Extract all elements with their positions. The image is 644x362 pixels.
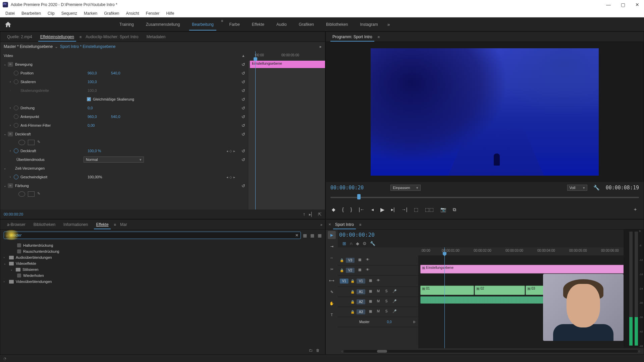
sync-lock-icon[interactable]: ▦: [357, 258, 363, 263]
twisty-icon[interactable]: ›: [10, 89, 14, 92]
track-select-tool[interactable]: ⇥: [328, 242, 336, 250]
prop-deckkraft-group[interactable]: Deckkraft: [15, 132, 82, 136]
workspace-grafiken[interactable]: Grafiken: [293, 19, 320, 30]
twisty-icon[interactable]: ›: [10, 124, 14, 127]
fx-badge[interactable]: fx: [8, 132, 13, 136]
new-bin-icon[interactable]: 🗀: [309, 348, 313, 352]
clip-01[interactable]: fx01: [420, 286, 474, 295]
wrench-icon[interactable]: 🔧: [370, 241, 375, 246]
solo-button[interactable]: S: [383, 299, 389, 305]
effect-folder[interactable]: ›Audioüberblendungen: [0, 254, 325, 260]
drehung-value[interactable]: 0,0: [88, 106, 104, 110]
twisty-bewegung[interactable]: ⌄: [4, 63, 8, 66]
prop-bewegung[interactable]: Bewegung: [15, 62, 82, 66]
fit-dropdown[interactable]: Einpassen: [390, 185, 421, 191]
toggle-output-icon[interactable]: 👁: [365, 268, 371, 273]
snap-icon[interactable]: ⊞: [342, 241, 346, 246]
effects-search-input[interactable]: [10, 233, 295, 238]
ec-master-label[interactable]: Master * Einstellungsebene: [4, 44, 53, 49]
home-button[interactable]: [3, 20, 13, 29]
stopwatch-icon[interactable]: [14, 114, 18, 119]
share-icon[interactable]: ⇱: [318, 212, 322, 217]
blendmode-dropdown[interactable]: Normal: [84, 157, 144, 163]
panel-menu-icon[interactable]: ≡: [378, 35, 380, 39]
effect-folder[interactable]: ⌄Videoeffekte: [0, 260, 325, 266]
selection-tool[interactable]: ▶: [328, 231, 336, 239]
twisty-zeitverz[interactable]: ⌄: [4, 167, 8, 170]
prop-farbung[interactable]: Färbung: [15, 184, 82, 188]
sequence-tab[interactable]: Sport Intro: [331, 220, 358, 229]
step-forward-button[interactable]: ▸|: [390, 205, 396, 214]
settings-icon[interactable]: ⚙: [363, 241, 367, 246]
mute-button[interactable]: M: [375, 289, 381, 295]
workspace-zusammenstellung[interactable]: Zusammenstellung: [140, 19, 186, 30]
twisty-farbung[interactable]: ⌄: [4, 184, 8, 187]
lock-icon[interactable]: 🔒: [340, 258, 344, 262]
play-only-icon[interactable]: ▸: [320, 44, 322, 49]
effect-item[interactable]: Rauschunterdrückung: [0, 248, 325, 254]
menu-grafiken[interactable]: Grafiken: [101, 10, 122, 17]
tab-audioclip-mixer[interactable]: Audioclip-Mischer: Sport Intro: [82, 33, 142, 41]
workspace-bearbeitung[interactable]: Bearbeitung: [186, 19, 220, 30]
toggle-output-icon[interactable]: 👁: [375, 279, 381, 284]
filter-icon[interactable]: ⫯: [303, 212, 306, 217]
mask-rect-button[interactable]: [28, 140, 35, 145]
scroll-right-handle[interactable]: ○: [638, 349, 640, 353]
scroll-thumb[interactable]: [377, 350, 387, 353]
mask-pen-button[interactable]: ✎: [37, 140, 44, 145]
stopwatch-icon[interactable]: [14, 79, 18, 84]
program-scrubber[interactable]: [330, 193, 639, 200]
program-timecode-left[interactable]: 00:00:00:20: [330, 185, 364, 191]
toggle-output-icon[interactable]: 👁: [365, 258, 371, 263]
mask-ellipse-button[interactable]: [18, 140, 25, 145]
effect-item[interactable]: Hallunterdrückung: [0, 242, 325, 248]
clip-adjustment-layer[interactable]: fxEinstellungsebene: [420, 265, 644, 274]
track-label-v2[interactable]: V2: [346, 268, 355, 273]
maximize-button[interactable]: ▢: [619, 2, 627, 7]
fx-badge[interactable]: fx: [8, 62, 13, 67]
quality-dropdown[interactable]: Voll: [567, 185, 587, 191]
yuv-filter-icon[interactable]: ▦: [318, 233, 322, 238]
reset-icon[interactable]: ↺: [241, 148, 245, 154]
sync-lock-icon[interactable]: ▦: [367, 299, 373, 305]
master-value[interactable]: 0,0: [387, 320, 392, 324]
workspace-instagram[interactable]: Instagram: [354, 19, 384, 30]
anker-y-value[interactable]: 540,0: [111, 115, 128, 119]
menu-ansicht[interactable]: Ansicht: [122, 10, 142, 17]
stopwatch-icon[interactable]: [14, 148, 18, 153]
clip-02[interactable]: fx02: [475, 286, 525, 295]
geschw-value[interactable]: 100,00%: [88, 175, 104, 179]
track-label-a2[interactable]: A2: [357, 299, 365, 304]
timeline-timecode[interactable]: 00:00:00:20: [339, 232, 375, 238]
reset-icon[interactable]: ↺: [241, 88, 245, 93]
ripple-edit-tool[interactable]: ↔: [328, 254, 336, 262]
menu-clip[interactable]: Clip: [44, 10, 58, 17]
button-editor-button[interactable]: ＋: [632, 205, 639, 214]
add-marker-button[interactable]: ◆: [330, 205, 337, 214]
sync-lock-icon[interactable]: ▦: [367, 309, 373, 315]
menu-sequenz[interactable]: Sequenz: [58, 10, 80, 17]
tab-bibliotheken[interactable]: Bibliotheken: [30, 220, 59, 229]
marker-icon[interactable]: ◆: [356, 241, 359, 246]
comparison-button[interactable]: ⧉: [451, 205, 458, 214]
tab-effekte[interactable]: Effekte: [92, 220, 112, 229]
mask-pen-button[interactable]: ✎: [37, 191, 44, 197]
accelerated-filter-icon[interactable]: ▦: [303, 233, 307, 238]
next-keyframe-icon[interactable]: ▸: [233, 175, 235, 179]
delete-icon[interactable]: 🗑: [316, 348, 320, 352]
minimize-button[interactable]: —: [604, 2, 613, 7]
32bit-filter-icon[interactable]: ▦: [310, 233, 314, 238]
menu-datei[interactable]: Datei: [2, 10, 18, 17]
razor-tool[interactable]: ✂: [328, 265, 336, 273]
track-label-a1[interactable]: A1: [357, 289, 365, 294]
prop-zeitverz[interactable]: Zeit-Verzerrungen: [15, 166, 82, 170]
sync-lock-icon[interactable]: ▦: [367, 279, 373, 284]
stopwatch-icon[interactable]: [14, 175, 18, 179]
solo-button[interactable]: S: [383, 289, 389, 295]
effects-only-icon[interactable]: ▸▏: [309, 212, 315, 217]
position-y-value[interactable]: 540,0: [111, 71, 128, 75]
add-keyframe-icon[interactable]: ◇: [229, 149, 232, 153]
pin-icon[interactable]: ▲: [241, 54, 245, 58]
tab-quelle[interactable]: Quelle: 2.mp4: [3, 33, 36, 41]
twisty-icon[interactable]: ›: [10, 80, 14, 83]
